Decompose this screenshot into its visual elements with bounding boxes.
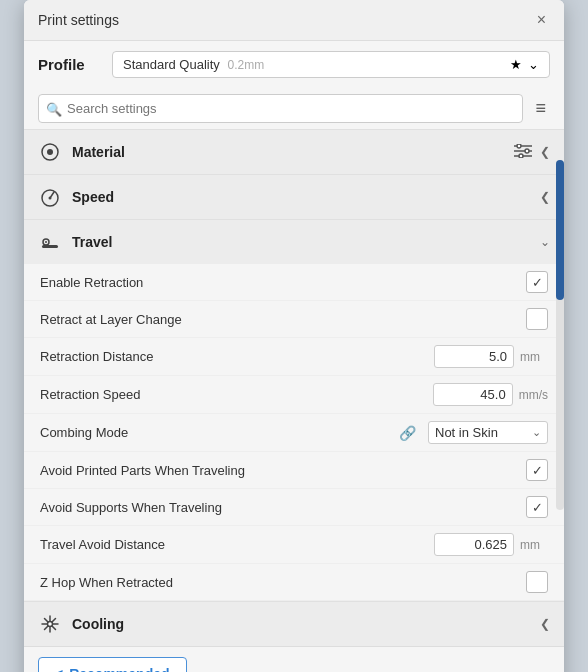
search-row: 🔍 ≡	[24, 88, 564, 129]
travel-chevron-icon: ⌄	[540, 235, 550, 249]
checkmark-icon: ✓	[532, 500, 543, 515]
footer: < Recommended	[24, 646, 564, 672]
avoid-supports-control: ✓	[526, 496, 548, 518]
setting-name-retraction-distance: Retraction Distance	[40, 349, 434, 364]
material-actions: ❮	[514, 144, 550, 161]
table-row: Retraction Speed mm/s	[24, 376, 564, 414]
z-hop-control	[526, 571, 548, 593]
panel-header: Print settings ×	[24, 0, 564, 41]
travel-actions: ⌄	[540, 235, 550, 249]
svg-point-7	[519, 154, 523, 158]
table-row: Travel Avoid Distance mm	[24, 526, 564, 564]
link-icon: 🔗	[399, 425, 416, 441]
setting-name-avoid-printed: Avoid Printed Parts When Traveling	[40, 463, 526, 478]
travel-label: Travel	[72, 234, 540, 250]
svg-point-13	[45, 241, 47, 243]
setting-name-z-hop: Z Hop When Retracted	[40, 575, 526, 590]
retraction-speed-input[interactable]	[433, 383, 513, 406]
travel-avoid-distance-unit: mm	[520, 538, 548, 552]
combing-chevron-icon: ⌄	[532, 426, 541, 439]
search-wrapper: 🔍	[38, 94, 523, 123]
retraction-speed-control: mm/s	[433, 383, 548, 406]
profile-label: Profile	[38, 56, 98, 73]
scrollbar[interactable]	[556, 160, 564, 510]
svg-point-1	[47, 149, 53, 155]
recommended-label: Recommended	[69, 666, 169, 672]
table-row: Combing Mode 🔗 Not in Skin ⌄	[24, 414, 564, 452]
table-row: Avoid Printed Parts When Traveling ✓	[24, 452, 564, 489]
search-input[interactable]	[38, 94, 523, 123]
retract-layer-control	[526, 308, 548, 330]
setting-name-travel-avoid-distance: Travel Avoid Distance	[40, 537, 434, 552]
table-row: Enable Retraction ✓	[24, 264, 564, 301]
avoid-printed-control: ✓	[526, 459, 548, 481]
print-settings-panel: Print settings × Profile Standard Qualit…	[24, 0, 564, 672]
cooling-actions: ❮	[540, 617, 550, 631]
cooling-label: Cooling	[72, 616, 540, 632]
svg-point-10	[49, 197, 52, 200]
svg-point-18	[48, 622, 53, 627]
avoid-printed-checkbox[interactable]: ✓	[526, 459, 548, 481]
close-button[interactable]: ×	[533, 10, 550, 30]
table-row: Z Hop When Retracted	[24, 564, 564, 601]
speed-section-header[interactable]: Speed ❮	[24, 174, 564, 219]
setting-name-retract-layer: Retract at Layer Change	[40, 312, 526, 327]
retraction-distance-unit: mm	[520, 350, 548, 364]
retraction-distance-control: mm	[434, 345, 548, 368]
profile-sub: 0.2mm	[227, 58, 264, 72]
cooling-chevron-icon: ❮	[540, 617, 550, 631]
combing-mode-control: 🔗 Not in Skin ⌄	[399, 421, 548, 444]
material-label: Material	[72, 144, 514, 160]
table-row: Retract at Layer Change	[24, 301, 564, 338]
cooling-section-header[interactable]: Cooling ❮	[24, 601, 564, 646]
enable-retraction-checkbox[interactable]: ✓	[526, 271, 548, 293]
travel-icon	[38, 230, 62, 254]
profile-dropdown[interactable]: Standard Quality 0.2mm ★ ⌄	[112, 51, 550, 78]
combing-mode-dropdown[interactable]: Not in Skin ⌄	[428, 421, 548, 444]
svg-point-6	[525, 149, 529, 153]
travel-settings: Enable Retraction ✓ Retract at Layer Cha…	[24, 264, 564, 601]
speed-chevron-icon: ❮	[540, 190, 550, 204]
settings-list: Material ❮	[24, 129, 564, 646]
travel-avoid-distance-control: mm	[434, 533, 548, 556]
table-row: Avoid Supports When Traveling ✓	[24, 489, 564, 526]
filter-menu-button[interactable]: ≡	[531, 94, 550, 123]
material-section-header[interactable]: Material ❮	[24, 129, 564, 174]
material-filter-icon[interactable]	[514, 144, 532, 161]
checkmark-icon: ✓	[532, 275, 543, 290]
star-icon: ★	[510, 57, 522, 72]
avoid-supports-checkbox[interactable]: ✓	[526, 496, 548, 518]
setting-name-retraction-speed: Retraction Speed	[40, 387, 433, 402]
svg-point-5	[517, 144, 521, 148]
enable-retraction-control: ✓	[526, 271, 548, 293]
speed-actions: ❮	[540, 190, 550, 204]
travel-avoid-distance-input[interactable]	[434, 533, 514, 556]
retraction-speed-unit: mm/s	[519, 388, 548, 402]
profile-value: Standard Quality	[123, 57, 220, 72]
retract-layer-checkbox[interactable]	[526, 308, 548, 330]
material-chevron-icon: ❮	[540, 145, 550, 159]
checkmark-icon: ✓	[532, 463, 543, 478]
recommended-button[interactable]: < Recommended	[38, 657, 187, 672]
profile-icons: ★ ⌄	[510, 57, 539, 72]
setting-name-avoid-supports: Avoid Supports When Traveling	[40, 500, 526, 515]
panel-title: Print settings	[38, 12, 119, 28]
speed-icon	[38, 185, 62, 209]
travel-section-header[interactable]: Travel ⌄	[24, 219, 564, 264]
speed-label: Speed	[72, 189, 540, 205]
cooling-icon	[38, 612, 62, 636]
svg-rect-11	[42, 245, 58, 248]
recommended-chevron-icon: <	[55, 666, 63, 672]
combing-mode-value: Not in Skin	[435, 425, 526, 440]
setting-name-combing-mode: Combing Mode	[40, 425, 399, 440]
table-row: Retraction Distance mm	[24, 338, 564, 376]
retraction-distance-input[interactable]	[434, 345, 514, 368]
material-icon	[38, 140, 62, 164]
profile-row: Profile Standard Quality 0.2mm ★ ⌄	[24, 41, 564, 88]
search-icon: 🔍	[46, 101, 62, 116]
scrollbar-thumb[interactable]	[556, 160, 564, 300]
chevron-down-icon: ⌄	[528, 57, 539, 72]
z-hop-checkbox[interactable]	[526, 571, 548, 593]
setting-name-enable-retraction: Enable Retraction	[40, 275, 526, 290]
